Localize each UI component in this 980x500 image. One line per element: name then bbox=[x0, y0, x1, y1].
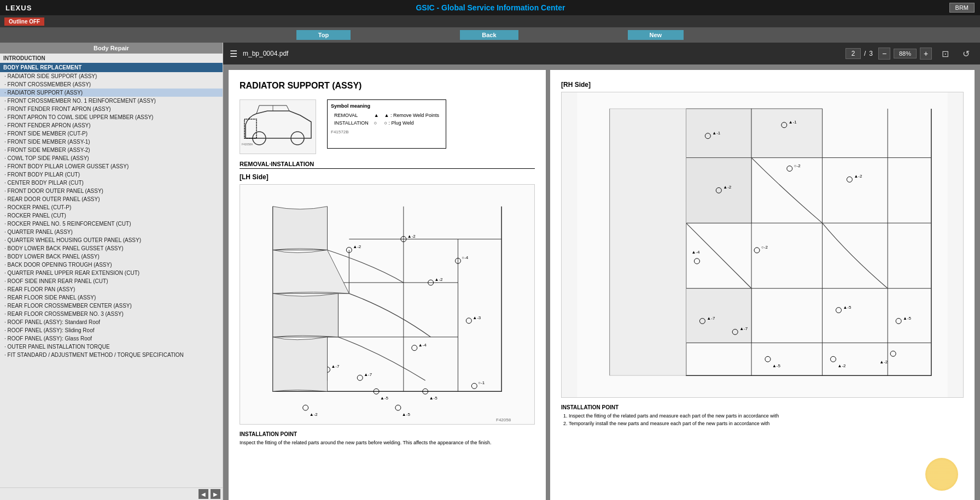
sidebar-item-25[interactable]: · ROOF SIDE INNER REAR PANEL (CUT) bbox=[0, 277, 223, 285]
svg-text:○-1: ○-1 bbox=[478, 380, 485, 385]
svg-text:▲-7: ▲-7 bbox=[364, 372, 372, 377]
sidebar-item-17[interactable]: · ROCKER PANEL (CUT) bbox=[0, 211, 223, 220]
back-button[interactable]: Back bbox=[460, 30, 518, 40]
svg-text:▲-5: ▲-5 bbox=[772, 363, 781, 368]
svg-text:▲-3: ▲-3 bbox=[472, 315, 481, 320]
pdf-area: ☰ m_bp_0004.pdf / 3 − 88% + ⊡ ↺ RADIATOR… bbox=[223, 43, 980, 500]
sidebar-item-10[interactable]: · COWL TOP SIDE PANEL (ASSY) bbox=[0, 154, 223, 162]
sidebar-item-23[interactable]: · BACK DOOR OPENING TROUGH (ASSY) bbox=[0, 261, 223, 269]
sidebar-item-33[interactable]: · OUTER PANEL INSTALLATION TORQUE bbox=[0, 343, 223, 351]
sidebar-item-29[interactable]: · REAR FLOOR CROSSMEMBER NO. 3 (ASSY) bbox=[0, 310, 223, 318]
sidebar-item-0[interactable]: · RADIATOR SIDE SUPPORT (ASSY) bbox=[0, 72, 223, 80]
pdf-total-pages: 3 bbox=[869, 50, 873, 57]
car-overview-diagram: F42058A bbox=[240, 100, 316, 154]
rotate-button[interactable]: ↺ bbox=[958, 46, 973, 61]
new-button[interactable]: New bbox=[628, 30, 684, 40]
sidebar-item-13[interactable]: · CENTER BODY PILLAR (CUT) bbox=[0, 179, 223, 187]
sidebar-item-27[interactable]: · REAR FLOOR SIDE PANEL (ASSY) bbox=[0, 293, 223, 302]
sidebar-item-19[interactable]: · QUARTER PANEL (ASSY) bbox=[0, 228, 223, 236]
pdf-zoom-controls: − 88% + bbox=[878, 48, 932, 60]
lh-diagram-svg: ▲-2 ▲-2 ○-4 ▲-2 ▲-7 bbox=[240, 185, 534, 424]
sidebar-item-4[interactable]: · FRONT FENDER FRONT APRON (ASSY) bbox=[0, 105, 223, 113]
sidebar-item-26[interactable]: · REAR FLOOR PAN (ASSY) bbox=[0, 285, 223, 293]
sidebar-next-button[interactable]: ▶ bbox=[211, 489, 220, 499]
sidebar-intro[interactable]: INTRODUCTION bbox=[0, 54, 223, 63]
sidebar-item-24[interactable]: · QUARTER PANEL UPPER REAR EXTENSION (CU… bbox=[0, 269, 223, 277]
svg-text:▲-1: ▲-1 bbox=[712, 131, 721, 136]
svg-text:▲-7: ▲-7 bbox=[739, 326, 748, 331]
sidebar-item-28[interactable]: · REAR FLOOR CROSSMEMBER CENTER (ASSY) bbox=[0, 302, 223, 310]
sidebar-prev-button[interactable]: ◀ bbox=[199, 489, 208, 499]
sidebar-item-22[interactable]: · BODY LOWER BACK PANEL (ASSY) bbox=[0, 252, 223, 261]
lh-side-label: [LH Side] bbox=[240, 173, 535, 181]
svg-text:▲-2: ▲-2 bbox=[854, 174, 862, 179]
svg-text:○-4: ○-4 bbox=[462, 255, 468, 260]
sidebar-item-12[interactable]: · FRONT BODY PILLAR (CUT) bbox=[0, 170, 223, 179]
sidebar-item-20[interactable]: · QUARTER WHEEL HOUSING OUTER PANEL (ASS… bbox=[0, 236, 223, 244]
sidebar-item-32[interactable]: · ROOF PANEL (ASSY): Glass Roof bbox=[0, 334, 223, 343]
lh-side-diagram: ▲-2 ▲-2 ○-4 ▲-2 ▲-7 bbox=[240, 184, 535, 425]
sidebar-item-30[interactable]: · ROOF PANEL (ASSY): Standard Roof bbox=[0, 318, 223, 326]
sidebar-item-8[interactable]: · FRONT SIDE MEMBER (ASSY-1) bbox=[0, 138, 223, 146]
outline-bar: Outline OFF bbox=[0, 15, 980, 27]
pdf-content[interactable]: RADIATOR SUPPORT (ASSY) bbox=[223, 64, 980, 500]
symbol-box: Symbol meaning REMOVAL ▲ ▲ : Remove Weld… bbox=[327, 99, 446, 149]
sidebar-item-31[interactable]: · ROOF PANEL (ASSY): Sliding Roof bbox=[0, 326, 223, 334]
app-title: GSIC - Global Service Information Center bbox=[37, 3, 943, 12]
sidebar-item-7[interactable]: · FRONT SIDE MEMBER (CUT-P) bbox=[0, 130, 223, 138]
svg-text:▲-7: ▲-7 bbox=[707, 316, 715, 321]
install-step-2: Temporarily install the new parts and me… bbox=[569, 420, 964, 428]
svg-text:▲-2: ▲-2 bbox=[879, 360, 888, 364]
sidebar-list: · RADIATOR SIDE SUPPORT (ASSY)· FRONT CR… bbox=[0, 72, 223, 487]
top-bar: LEXUS GSIC - Global Service Information … bbox=[0, 0, 980, 15]
svg-text:▲-5: ▲-5 bbox=[429, 396, 438, 401]
pdf-filename: m_bp_0004.pdf bbox=[243, 50, 840, 57]
install-step-1: Inspect the fitting of the related parts… bbox=[569, 413, 964, 420]
rh-side-label: [RH Side] bbox=[561, 81, 964, 89]
zoom-in-button[interactable]: + bbox=[920, 48, 932, 60]
pdf-page-left: RADIATOR SUPPORT (ASSY) bbox=[229, 70, 546, 500]
sidebar: Body Repair INTRODUCTION BODY PANEL REPL… bbox=[0, 43, 223, 500]
watermark-circle bbox=[925, 458, 958, 491]
sidebar-item-9[interactable]: · FRONT SIDE MEMBER (ASSY-2) bbox=[0, 146, 223, 154]
svg-text:▲-2: ▲-2 bbox=[310, 412, 318, 417]
nav-bar: Top Back New bbox=[0, 27, 980, 43]
sidebar-item-14[interactable]: · FRONT DOOR OUTER PANEL (ASSY) bbox=[0, 187, 223, 195]
sidebar-item-15[interactable]: · REAR DOOR OUTER PANEL (ASSY) bbox=[0, 195, 223, 203]
sidebar-item-3[interactable]: · FRONT CROSSMEMBER NO. 1 REINFORCEMENT … bbox=[0, 97, 223, 105]
sidebar-item-34[interactable]: · FIT STANDARD / ADJUSTMENT METHOD / TOR… bbox=[0, 351, 223, 359]
sidebar-item-5[interactable]: · FRONT APRON TO COWL SIDE UPPER MEMBER … bbox=[0, 113, 223, 121]
svg-text:▲-4: ▲-4 bbox=[418, 343, 427, 348]
rh-diagram-svg: ▲-1 ▲-1 ▲-2 ○-2 ▲-2 bbox=[562, 92, 963, 397]
sidebar-item-11[interactable]: · FRONT BODY PILLAR LOWER GUSSET (ASSY) bbox=[0, 162, 223, 170]
page-title: RADIATOR SUPPORT (ASSY) bbox=[240, 81, 535, 91]
svg-text:▲-2: ▲-2 bbox=[723, 185, 732, 190]
sidebar-item-21[interactable]: · BODY LOWER BACK PANEL GUSSET (ASSY) bbox=[0, 244, 223, 252]
sidebar-item-18[interactable]: · ROCKER PANEL NO. 5 REINFORCEMENT (CUT) bbox=[0, 220, 223, 228]
svg-text:▲-5: ▲-5 bbox=[380, 396, 389, 401]
menu-icon[interactable]: ☰ bbox=[230, 49, 237, 59]
svg-text:○-2: ○-2 bbox=[794, 163, 801, 168]
svg-text:▲-2: ▲-2 bbox=[838, 363, 847, 368]
sidebar-section: BODY PANEL REPLACEMENT bbox=[0, 63, 223, 72]
sidebar-bottom: ◀ ▶ bbox=[0, 487, 223, 500]
sidebar-item-2[interactable]: · RADIATOR SUPPORT (ASSY) bbox=[0, 89, 223, 97]
pdf-page-info: / 3 bbox=[845, 48, 873, 59]
sidebar-header: Body Repair bbox=[0, 43, 223, 54]
brm-button[interactable]: BRM bbox=[949, 3, 975, 13]
outline-button[interactable]: Outline OFF bbox=[4, 17, 44, 26]
installation-symbol-text: ○ : Plug Weld bbox=[382, 120, 441, 126]
svg-text:○-2: ○-2 bbox=[761, 245, 768, 250]
zoom-out-button[interactable]: − bbox=[878, 48, 890, 60]
fig2-label: F41572B bbox=[331, 130, 442, 134]
sidebar-item-6[interactable]: · FRONT FENDER APRON (ASSY) bbox=[0, 121, 223, 130]
sidebar-item-16[interactable]: · ROCKER PANEL (CUT-P) bbox=[0, 203, 223, 211]
pdf-page-input[interactable] bbox=[845, 48, 861, 59]
svg-text:▲-5: ▲-5 bbox=[903, 316, 912, 321]
top-button[interactable]: Top bbox=[296, 30, 351, 40]
main-area: Body Repair INTRODUCTION BODY PANEL REPL… bbox=[0, 43, 980, 500]
installation-label: INSTALLATION bbox=[332, 120, 371, 126]
svg-rect-0 bbox=[240, 100, 316, 154]
sidebar-item-1[interactable]: · FRONT CROSSMEMBER (ASSY) bbox=[0, 80, 223, 89]
fit-page-button[interactable]: ⊡ bbox=[937, 46, 953, 61]
